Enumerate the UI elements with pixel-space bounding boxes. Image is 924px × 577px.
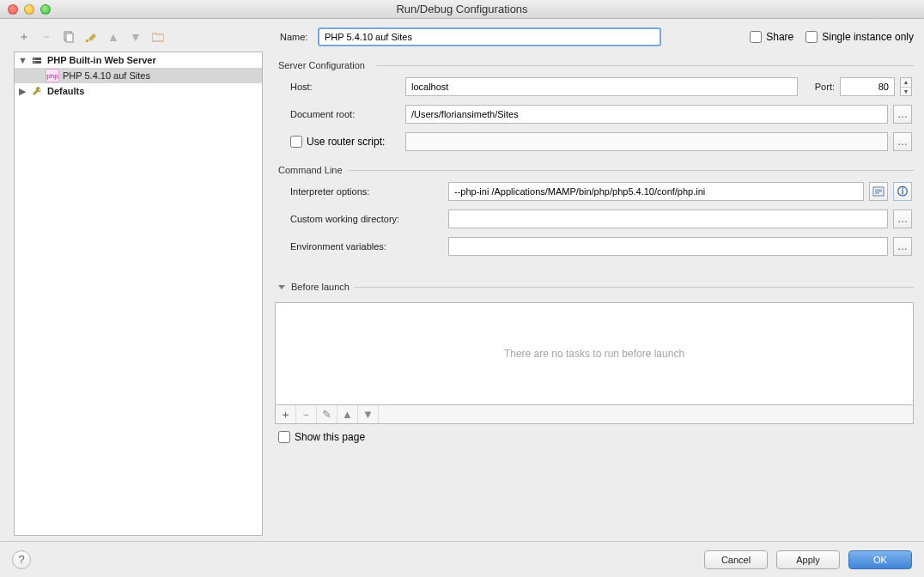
command-line-legend: Command Line bbox=[275, 165, 914, 175]
env-input[interactable] bbox=[448, 237, 888, 256]
tree-label: Defaults bbox=[47, 86, 84, 96]
before-launch-legend[interactable]: Before launch bbox=[275, 282, 914, 292]
port-stepper[interactable]: ▲▼ bbox=[900, 77, 912, 96]
cwd-input[interactable] bbox=[448, 210, 888, 228]
show-page-label: Show this page bbox=[295, 431, 365, 443]
svg-point-6 bbox=[33, 62, 35, 64]
svg-rect-2 bbox=[86, 39, 88, 42]
settings-icon[interactable] bbox=[84, 30, 98, 44]
move-task-down-button[interactable]: ▼ bbox=[358, 405, 379, 423]
browse-button[interactable]: … bbox=[893, 210, 912, 228]
single-instance-label: Single instance only bbox=[822, 31, 914, 43]
titlebar: Run/Debug Configurations bbox=[0, 0, 924, 19]
docroot-label: Document root: bbox=[290, 109, 400, 119]
collapse-icon[interactable] bbox=[278, 285, 285, 289]
content: ＋ － ▲ ▼ ▼ PHP Built-in Web Server bbox=[0, 19, 924, 541]
share-checkbox[interactable]: Share bbox=[750, 31, 793, 43]
sidebar: ＋ － ▲ ▼ ▼ PHP Built-in Web Server bbox=[0, 19, 268, 541]
add-task-button[interactable]: ＋ bbox=[276, 405, 296, 423]
move-task-up-button[interactable]: ▲ bbox=[337, 405, 358, 423]
tree-node-config[interactable]: php PHP 5.4.10 auf Sites bbox=[15, 68, 262, 83]
browse-button[interactable]: … bbox=[893, 132, 912, 151]
interp-row: Interpreter options: ⓘ bbox=[290, 182, 912, 201]
router-input[interactable] bbox=[405, 132, 888, 151]
config-panel: Name: Share Single instance only Server … bbox=[268, 19, 924, 541]
tree-label: PHP Built-in Web Server bbox=[47, 55, 156, 65]
name-input[interactable] bbox=[318, 27, 661, 46]
router-checkbox-box[interactable] bbox=[290, 136, 302, 148]
server-config-group: Host: Port: ▲▼ Document root: … Use rout… bbox=[275, 77, 914, 160]
tree-node-php-server[interactable]: ▼ PHP Built-in Web Server bbox=[15, 52, 262, 68]
php-server-icon bbox=[30, 53, 44, 67]
edit-task-button[interactable]: ✎ bbox=[317, 405, 337, 423]
svg-rect-1 bbox=[66, 33, 73, 42]
help-button[interactable]: ? bbox=[12, 550, 31, 569]
router-row: Use router script: … bbox=[290, 132, 912, 151]
router-checkbox[interactable]: Use router script: bbox=[290, 136, 400, 148]
empty-message: There are no tasks to run before launch bbox=[504, 348, 684, 360]
env-label: Environment variables: bbox=[290, 241, 443, 252]
name-label: Name: bbox=[275, 32, 318, 42]
port-input[interactable] bbox=[840, 77, 895, 96]
tree-node-defaults[interactable]: ▶ Defaults bbox=[15, 83, 262, 99]
add-icon[interactable]: ＋ bbox=[17, 30, 31, 44]
footer-buttons: Cancel Apply OK bbox=[704, 550, 912, 569]
show-page-checkbox-box[interactable] bbox=[278, 431, 290, 443]
apply-button[interactable]: Apply bbox=[776, 550, 840, 569]
before-launch-list[interactable]: There are no tasks to run before launch bbox=[275, 302, 914, 405]
router-label: Use router script: bbox=[307, 136, 385, 148]
move-down-icon[interactable]: ▼ bbox=[129, 30, 143, 44]
single-instance-checkbox[interactable]: Single instance only bbox=[805, 31, 914, 43]
cwd-row: Custom working directory: … bbox=[290, 210, 912, 228]
env-row: Environment variables: … bbox=[290, 237, 912, 256]
before-launch-toolbar: ＋ － ✎ ▲ ▼ bbox=[275, 405, 914, 424]
expand-editor-button[interactable] bbox=[869, 182, 888, 201]
info-icon[interactable]: ⓘ bbox=[893, 182, 912, 201]
interp-input[interactable] bbox=[448, 182, 864, 201]
port-label: Port: bbox=[815, 82, 835, 92]
expand-icon[interactable]: ▶ bbox=[18, 86, 27, 97]
interp-label: Interpreter options: bbox=[290, 186, 443, 197]
browse-button[interactable]: … bbox=[893, 105, 912, 124]
window-title: Run/Debug Configurations bbox=[0, 3, 924, 15]
share-checkbox-box[interactable] bbox=[750, 31, 762, 43]
php-icon: php bbox=[46, 69, 59, 82]
wrench-icon bbox=[30, 84, 44, 98]
browse-button[interactable]: … bbox=[893, 237, 912, 256]
sidebar-toolbar: ＋ － ▲ ▼ bbox=[14, 27, 263, 46]
cancel-button[interactable]: Cancel bbox=[704, 550, 768, 569]
expand-icon[interactable]: ▼ bbox=[18, 55, 27, 65]
show-page-checkbox[interactable]: Show this page bbox=[275, 431, 914, 443]
host-row: Host: Port: ▲▼ bbox=[290, 77, 912, 96]
single-instance-checkbox-box[interactable] bbox=[805, 31, 818, 43]
docroot-input[interactable] bbox=[405, 105, 888, 124]
host-label: Host: bbox=[290, 82, 400, 92]
folder-icon[interactable] bbox=[151, 30, 165, 44]
footer: ? Cancel Apply OK bbox=[0, 541, 924, 577]
share-label: Share bbox=[766, 31, 793, 43]
config-tree[interactable]: ▼ PHP Built-in Web Server php PHP 5.4.10… bbox=[14, 52, 263, 536]
docroot-row: Document root: … bbox=[290, 105, 912, 124]
tree-label: PHP 5.4.10 auf Sites bbox=[63, 70, 150, 81]
cwd-label: Custom working directory: bbox=[290, 214, 443, 224]
remove-task-button[interactable]: － bbox=[296, 405, 317, 423]
server-config-legend: Server Configuration bbox=[275, 60, 914, 70]
host-input[interactable] bbox=[405, 77, 798, 96]
move-up-icon[interactable]: ▲ bbox=[106, 30, 120, 44]
remove-icon[interactable]: － bbox=[40, 30, 53, 44]
copy-icon[interactable] bbox=[62, 30, 76, 44]
ok-button[interactable]: OK bbox=[848, 550, 912, 569]
name-row: Name: Share Single instance only bbox=[275, 27, 914, 46]
svg-point-5 bbox=[33, 58, 35, 60]
command-line-group: Interpreter options: ⓘ Custom working di… bbox=[275, 182, 914, 264]
